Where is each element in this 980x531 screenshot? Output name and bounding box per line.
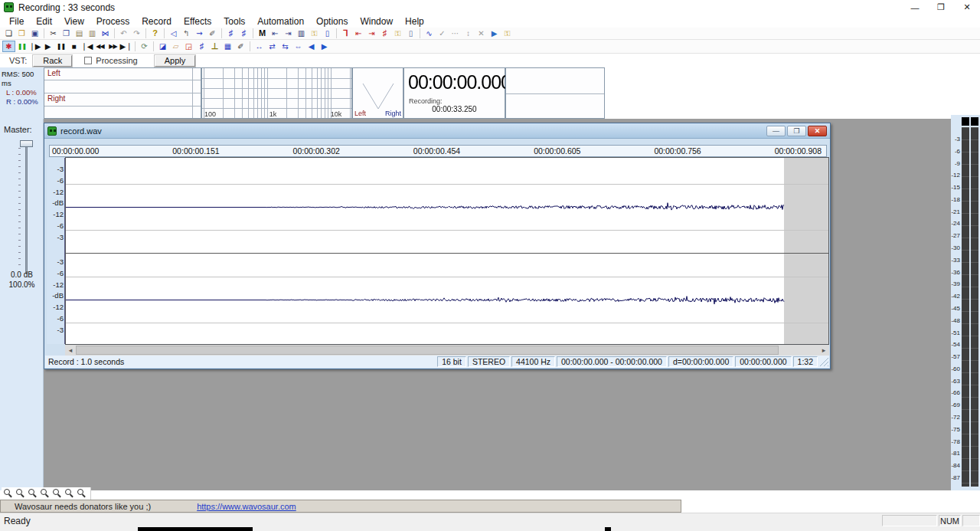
menu-item-file[interactable]: File [3, 15, 30, 28]
monitor-input-icon[interactable]: ◁ [167, 28, 180, 39]
dots-tool-icon[interactable]: ⋯ [449, 28, 462, 39]
time-ruler[interactable]: 00:00:00.00000:00:00.15100:00:00.30200:0… [49, 145, 827, 157]
view-next-icon[interactable]: ▶ [318, 41, 331, 52]
open-file-icon[interactable]: ❒ [15, 28, 28, 39]
vst-apply-button[interactable]: Apply [155, 55, 196, 67]
scroll-left-arrow-icon[interactable]: ◂ [65, 345, 76, 356]
copy-to-new-icon[interactable]: ◪ [156, 41, 169, 52]
document-restore-button[interactable]: ❐ [787, 126, 806, 136]
menu-item-effects[interactable]: Effects [178, 15, 217, 28]
menu-item-view[interactable]: View [58, 15, 90, 28]
resample-grid-icon[interactable]: ▦ [221, 41, 234, 52]
zoom-out-horizontal-icon[interactable]: ⇆ [279, 41, 292, 52]
fade-icon[interactable]: ↰ [180, 28, 193, 39]
close-tool-icon[interactable]: ✕ [475, 28, 488, 39]
help-icon[interactable]: ? [149, 28, 162, 39]
trim-icon[interactable]: ⋈ [99, 28, 112, 39]
insert-marker-icon[interactable]: ♯ [224, 28, 237, 39]
undo-icon[interactable]: ↶ [117, 28, 130, 39]
zoom-out-icon[interactable] [14, 488, 26, 499]
copy-icon[interactable]: ❐ [60, 28, 73, 39]
marker-right-icon[interactable]: ⇥ [282, 28, 295, 39]
zoom-selection-icon[interactable]: ↔ [253, 41, 266, 52]
zoom-full-icon[interactable]: ⇔ [292, 41, 305, 52]
save-file-icon[interactable]: ▣ [28, 28, 41, 39]
master-slider-handle[interactable] [20, 140, 33, 147]
pause-icon[interactable]: ❚❚ [54, 41, 67, 52]
resize-grip[interactable] [819, 357, 828, 366]
menu-item-edit[interactable]: Edit [30, 15, 58, 28]
horizontal-scrollbar[interactable]: ◂ ▸ [65, 345, 829, 356]
zoom-in-icon[interactable] [2, 488, 14, 499]
play-from-cursor-icon[interactable]: ❘▶ [28, 41, 41, 52]
draw-pencil-icon[interactable]: ✐ [206, 28, 219, 39]
minimize-button[interactable]: — [902, 0, 928, 15]
auto-detect-region-icon[interactable]: ♯ [195, 41, 208, 52]
record-icon[interactable]: ✱ [2, 41, 15, 52]
menu-item-options[interactable]: Options [310, 15, 354, 28]
menu-item-help[interactable]: Help [399, 15, 430, 28]
menu-item-process[interactable]: Process [90, 15, 136, 28]
stop-icon[interactable]: ■ [67, 41, 80, 52]
clip-indicator-left[interactable] [962, 117, 969, 126]
zoom-selection-lens-icon[interactable] [26, 488, 38, 499]
scroll-right-arrow-icon[interactable]: ▸ [818, 345, 829, 356]
new-file-icon[interactable]: ❏ [2, 28, 15, 39]
maximize-button[interactable]: ❐ [928, 0, 954, 15]
menu-item-tools[interactable]: Tools [217, 15, 251, 28]
zoom-fit-icon[interactable] [75, 488, 87, 499]
document-minimize-button[interactable]: — [766, 126, 786, 136]
menu-item-automation[interactable]: Automation [251, 15, 310, 28]
auto-marker-icon[interactable]: ♯ [237, 28, 250, 39]
waveform-canvas[interactable] [66, 158, 828, 344]
master-slider-track[interactable] [25, 143, 28, 274]
scrollbar-thumb[interactable] [76, 346, 779, 355]
menu-item-window[interactable]: Window [354, 15, 399, 28]
zoom-vertical-in-icon[interactable] [38, 488, 51, 499]
open-folder-icon[interactable]: ▱ [169, 41, 182, 52]
processing-checkbox[interactable] [84, 57, 92, 64]
check-tool-icon[interactable]: ✓ [436, 28, 449, 39]
crossfade-icon[interactable]: ⇝ [193, 28, 206, 39]
menu-item-record[interactable]: Record [136, 15, 178, 28]
wave-tool-icon[interactable]: ∿ [423, 28, 436, 39]
forward-icon[interactable]: ▶▶ [106, 41, 119, 52]
goto-end-icon[interactable]: ▶❘ [119, 41, 132, 52]
cut-icon[interactable]: ✂ [47, 28, 60, 39]
vst-rack-button[interactable]: Rack [33, 55, 72, 67]
clip-indicator-right[interactable] [971, 117, 978, 126]
paste-special-icon[interactable]: ▥ [86, 28, 99, 39]
delete-markers-icon[interactable]: ▯ [321, 28, 334, 39]
redo-icon[interactable]: ↷ [130, 28, 143, 39]
rewind-icon[interactable]: ◀◀ [93, 41, 106, 52]
red-marker-right-icon[interactable]: ⇥ [365, 28, 378, 39]
loop-icon[interactable]: ⟳ [138, 41, 151, 52]
pencil-edit-icon[interactable]: ✐ [234, 41, 247, 52]
zoom-vertical-out-icon[interactable] [51, 488, 63, 499]
vertical-tool-icon[interactable]: ↕ [462, 28, 475, 39]
play-icon[interactable]: ▶ [41, 41, 54, 52]
channels-block-icon[interactable]: ▥ [295, 28, 308, 39]
red-marker-left-icon[interactable]: ⇤ [352, 28, 365, 39]
normalize-icon[interactable]: ⊥ [208, 41, 221, 52]
zoom-reset-icon[interactable] [63, 488, 75, 499]
red-delete-icon[interactable]: ▯ [404, 28, 417, 39]
red-lock-icon[interactable]: ⚿ [391, 28, 404, 39]
lock-markers-icon[interactable]: ⚿ [308, 28, 321, 39]
marker-left-icon[interactable]: ⇤ [269, 28, 282, 39]
paste-new-icon[interactable]: ◲ [182, 41, 195, 52]
red-marker-pair-icon[interactable]: ♯ [378, 28, 391, 39]
lock-tool-icon[interactable]: ⚿ [501, 28, 514, 39]
paste-icon[interactable]: ▤ [73, 28, 86, 39]
close-button[interactable]: ✕ [954, 0, 980, 15]
wavosaur-link[interactable]: https://www.wavosaur.com [197, 502, 296, 511]
play-box-icon[interactable]: ▶ [488, 28, 501, 39]
marker-m-icon[interactable]: M [256, 28, 269, 39]
waveform-view[interactable] [65, 157, 829, 345]
document-titlebar[interactable]: record.wav — ❐ ✕ [44, 123, 830, 139]
document-close-button[interactable]: ✕ [808, 126, 827, 136]
zoom-in-horizontal-icon[interactable]: ⇄ [266, 41, 279, 52]
view-previous-icon[interactable]: ◀ [305, 41, 318, 52]
record-pause-icon[interactable]: ❚❚ [15, 41, 28, 52]
goto-start-icon[interactable]: ❘◀ [80, 41, 93, 52]
